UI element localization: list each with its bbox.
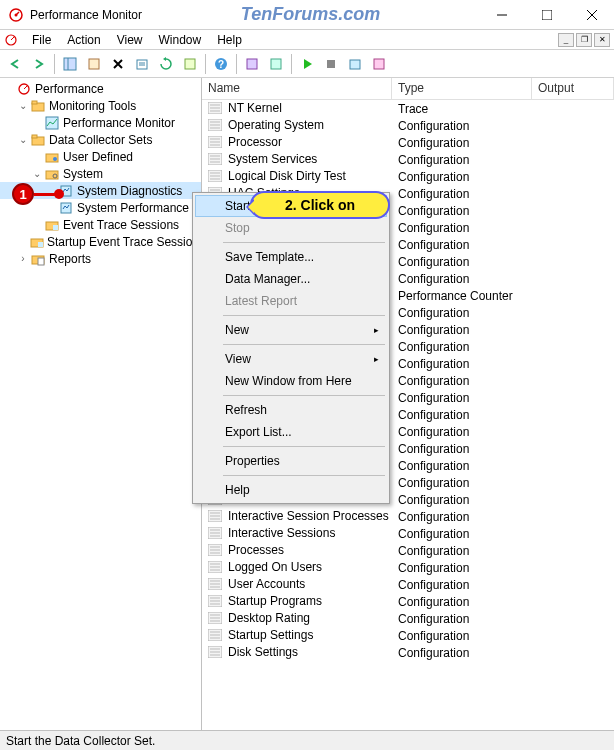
- tree-item[interactable]: Startup Event Trace Sessions: [0, 233, 201, 250]
- list-row[interactable]: Disk SettingsConfiguration: [202, 644, 614, 661]
- start-button[interactable]: [296, 53, 318, 75]
- toolbar-button-9[interactable]: [241, 53, 263, 75]
- menu-file[interactable]: File: [24, 31, 59, 49]
- tree-item[interactable]: ⌄Data Collector Sets: [0, 131, 201, 148]
- menu-action[interactable]: Action: [59, 31, 108, 49]
- list-name: User Accounts: [228, 577, 305, 591]
- toolbar-button-13[interactable]: [344, 53, 366, 75]
- mdi-app-icon: [4, 33, 18, 47]
- menu-help[interactable]: Help: [209, 31, 250, 49]
- stop-button[interactable]: [320, 53, 342, 75]
- list-row[interactable]: Logical Disk Dirty TestConfiguration: [202, 168, 614, 185]
- list-row[interactable]: ProcessesConfiguration: [202, 542, 614, 559]
- tree-item[interactable]: Event Trace Sessions: [0, 216, 201, 233]
- list-type: Configuration: [392, 595, 532, 609]
- properties-button[interactable]: [83, 53, 105, 75]
- refresh-button[interactable]: [155, 53, 177, 75]
- menu-window[interactable]: Window: [151, 31, 210, 49]
- context-item-new-window-from-here[interactable]: New Window from Here: [195, 370, 387, 392]
- toolbar-button-10[interactable]: [265, 53, 287, 75]
- context-item-save-template-[interactable]: Save Template...: [195, 246, 387, 268]
- help-button[interactable]: ?: [210, 53, 232, 75]
- list-row[interactable]: User AccountsConfiguration: [202, 576, 614, 593]
- list-type: Configuration: [392, 204, 532, 218]
- tree-item[interactable]: Performance Monitor: [0, 114, 201, 131]
- list-row[interactable]: Interactive SessionsConfiguration: [202, 525, 614, 542]
- list-type: Configuration: [392, 476, 532, 490]
- list-row[interactable]: Operating SystemConfiguration: [202, 117, 614, 134]
- minimize-button[interactable]: [479, 0, 524, 30]
- tree-label: Startup Event Trace Sessions: [47, 235, 202, 249]
- context-item-view[interactable]: View▸: [195, 348, 387, 370]
- column-output[interactable]: Output: [532, 78, 614, 99]
- tree-label: Performance Monitor: [63, 116, 175, 130]
- tree-item[interactable]: ⌄Monitoring Tools: [0, 97, 201, 114]
- tree-item[interactable]: ›Reports: [0, 250, 201, 267]
- context-item-properties[interactable]: Properties: [195, 450, 387, 472]
- context-item-label: Data Manager...: [225, 272, 310, 286]
- tree-label: Data Collector Sets: [49, 133, 152, 147]
- folder-gear-icon: [44, 166, 60, 182]
- menu-view[interactable]: View: [109, 31, 151, 49]
- annotation-line: [34, 193, 56, 196]
- list-item-icon: [208, 646, 224, 660]
- expander-icon[interactable]: ›: [16, 253, 30, 264]
- tree-root[interactable]: Performance: [0, 80, 201, 97]
- window-buttons: [479, 0, 614, 30]
- collector-icon: [58, 200, 74, 216]
- export-button[interactable]: [131, 53, 153, 75]
- expander-icon[interactable]: ⌄: [30, 168, 44, 179]
- tree-label: Reports: [49, 252, 91, 266]
- tree-panel[interactable]: Performance ⌄Monitoring ToolsPerformance…: [0, 78, 202, 730]
- maximize-button[interactable]: [524, 0, 569, 30]
- context-item-label: View: [225, 352, 251, 366]
- list-name: Startup Programs: [228, 594, 322, 608]
- context-item-label: Properties: [225, 454, 280, 468]
- expander-icon[interactable]: ⌄: [16, 100, 30, 111]
- column-name[interactable]: Name: [202, 78, 392, 99]
- list-type: Performance Counter: [392, 289, 532, 303]
- list-row[interactable]: Startup ProgramsConfiguration: [202, 593, 614, 610]
- expander-icon[interactable]: ⌄: [16, 134, 30, 145]
- mdi-close-button[interactable]: ✕: [594, 33, 610, 47]
- column-type[interactable]: Type: [392, 78, 532, 99]
- list-row[interactable]: NT KernelTrace: [202, 100, 614, 117]
- list-row[interactable]: Interactive Session ProcessesConfigurati…: [202, 508, 614, 525]
- tree-item[interactable]: ⌄System: [0, 165, 201, 182]
- list-row[interactable]: Logged On UsersConfiguration: [202, 559, 614, 576]
- annotation-step1: 1: [12, 183, 34, 205]
- list-row[interactable]: Desktop RatingConfiguration: [202, 610, 614, 627]
- list-type: Configuration: [392, 170, 532, 184]
- list-item-icon: [208, 153, 224, 167]
- list-row[interactable]: System ServicesConfiguration: [202, 151, 614, 168]
- context-item-help[interactable]: Help: [195, 479, 387, 501]
- forward-button[interactable]: [28, 53, 50, 75]
- context-item-label: Latest Report: [225, 294, 297, 308]
- list-row[interactable]: ProcessorConfiguration: [202, 134, 614, 151]
- show-tree-button[interactable]: [59, 53, 81, 75]
- mdi-restore-button[interactable]: ❐: [576, 33, 592, 47]
- context-item-refresh[interactable]: Refresh: [195, 399, 387, 421]
- context-item-label: Stop: [225, 221, 250, 235]
- tree-item[interactable]: User Defined: [0, 148, 201, 165]
- context-separator: [223, 475, 385, 476]
- context-item-new[interactable]: New▸: [195, 319, 387, 341]
- list-type: Configuration: [392, 629, 532, 643]
- context-item-data-manager-[interactable]: Data Manager...: [195, 268, 387, 290]
- list-row[interactable]: Startup SettingsConfiguration: [202, 627, 614, 644]
- toolbar-button-7[interactable]: [179, 53, 201, 75]
- context-item-export-list-[interactable]: Export List...: [195, 421, 387, 443]
- svg-rect-36: [38, 258, 44, 265]
- list-name: Logged On Users: [228, 560, 322, 574]
- list-type: Configuration: [392, 510, 532, 524]
- mdi-minimize-button[interactable]: _: [558, 33, 574, 47]
- list-item-icon: [208, 510, 224, 524]
- submenu-arrow-icon: ▸: [374, 325, 379, 335]
- context-item-label: New Window from Here: [225, 374, 352, 388]
- back-button[interactable]: [4, 53, 26, 75]
- close-button[interactable]: [569, 0, 614, 30]
- list-name: Desktop Rating: [228, 611, 310, 625]
- delete-button[interactable]: [107, 53, 129, 75]
- toolbar-button-14[interactable]: [368, 53, 390, 75]
- list-type: Configuration: [392, 578, 532, 592]
